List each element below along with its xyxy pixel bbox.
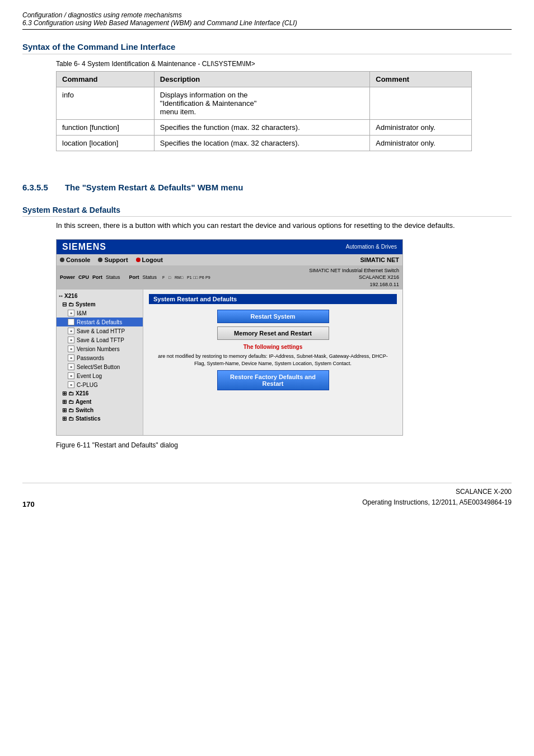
eventlog-label: Event Log — [77, 373, 102, 379]
sidebar-item-version[interactable]: ≡ Version Numbers — [57, 344, 143, 353]
page-icon: ≡ — [68, 381, 74, 388]
nav-support[interactable]: Support — [98, 256, 128, 263]
device-line1: SIMATIC NET Industrial Ethernet Switch — [309, 267, 399, 274]
table-row: location [location] Specifies the locati… — [57, 136, 472, 151]
page-icon: ≡ — [68, 310, 74, 316]
select-button-label: Select/Set Button — [77, 364, 120, 370]
port-status: Status — [106, 274, 120, 280]
nav-left: Console Support Logout — [60, 256, 163, 263]
system-label: System — [76, 301, 96, 307]
sidebar-item-eventlog[interactable]: ≡ Event Log — [57, 371, 143, 380]
sidebar-item-save-http[interactable]: ≡ Save & Load HTTP — [57, 326, 143, 335]
desc-info: Displays information on the"Identificati… — [154, 87, 369, 120]
page-icon: ≡ — [68, 319, 74, 325]
breadcrumb: Configuration / diagnostics using remote… — [22, 11, 512, 30]
body-text: In this screen, there is a button with w… — [56, 220, 512, 231]
sidebar-item-cplug[interactable]: ≡ C-PLUG — [57, 380, 143, 389]
col-header-description: Description — [154, 72, 369, 87]
breadcrumb-line1: Configuration / diagnostics using remote… — [22, 11, 512, 19]
port-area: Power CPU Port Status Port Status F □RM … — [57, 265, 402, 290]
col-header-command: Command — [57, 72, 154, 87]
port-grid: F □RM □P1 □□ P6 P9 — [162, 276, 211, 279]
version-label: Version Numbers — [77, 346, 120, 352]
iam-label: I&M — [77, 310, 87, 316]
notice-area: The following settings are not modified … — [154, 343, 391, 367]
footer-product: SCALANCE X-200 — [362, 487, 512, 497]
footer-page-number: 170 — [22, 500, 35, 508]
brand-right: Automation & Drives — [346, 244, 397, 250]
system-restart-heading: System Restart & Defaults — [22, 206, 512, 217]
sidebar-statistics-group[interactable]: ⊞ 🗀 Statistics — [57, 414, 143, 423]
page-icon: ≡ — [68, 372, 74, 379]
sidebar-item-iam[interactable]: ≡ I&M — [57, 309, 143, 318]
port-power: Power — [60, 274, 75, 280]
section-title: Syntax of the Command Line Interface — [22, 42, 512, 54]
support-dot — [98, 258, 102, 262]
nav-logout[interactable]: Logout — [136, 256, 163, 263]
table-row: function [function] Specifies the functi… — [57, 120, 472, 136]
wbm-nav: Console Support Logout SIMATIC NET — [57, 254, 402, 265]
sidebar-switch-group[interactable]: ⊞ 🗀 Switch — [57, 406, 143, 414]
cmd-info: info — [57, 87, 154, 120]
agent-tree-icon: ⊞ — [62, 399, 67, 405]
port-port: Port — [92, 274, 102, 280]
agent-folder-icon: 🗀 — [68, 399, 74, 405]
notice-title: The following settings — [154, 343, 391, 351]
command-table: Command Description Comment info Display… — [56, 71, 472, 151]
footer-product-info: SCALANCE X-200 Operating Instructions, 1… — [362, 487, 512, 508]
x216-sub-label: X216 — [76, 390, 88, 396]
sidebar-x216-header[interactable]: ▪▪ X216 — [57, 292, 143, 300]
comment-info — [370, 87, 472, 120]
agent-label: Agent — [76, 399, 91, 405]
x216-label: X216 — [64, 293, 77, 299]
desc-function: Specifies the function (max. 32 characte… — [154, 120, 369, 136]
table-caption: Table 6- 4 System Identification & Maint… — [56, 60, 512, 68]
restart-label: Restart & Defaults — [77, 319, 122, 325]
statistics-label: Statistics — [76, 416, 100, 422]
wbm-device-info: SIMATIC NET Industrial Ethernet Switch S… — [309, 267, 399, 288]
wbm-sidebar: ▪▪ X216 ⊟ 🗀 System ≡ I&M ≡ Restart & Def… — [57, 290, 143, 435]
tree-plus-icon: ⊞ — [62, 390, 67, 396]
restore-factory-button[interactable]: Restore Factory Defaults and Restart — [217, 370, 329, 390]
passwords-label: Passwords — [77, 355, 104, 361]
page-icon: ≡ — [68, 337, 74, 343]
wbm-content: ▪▪ X216 ⊟ 🗀 System ≡ I&M ≡ Restart & Def… — [57, 290, 402, 435]
sidebar-system-group[interactable]: ⊟ 🗀 System — [57, 300, 143, 309]
notice-text: are not modified by restoring to memory … — [154, 353, 391, 367]
sidebar-item-save-tftp[interactable]: ≡ Save & Load TFTP — [57, 335, 143, 344]
sidebar-item-passwords[interactable]: ≡ Passwords — [57, 353, 143, 362]
siemens-logo: SIEMENS — [62, 242, 106, 252]
switch-folder-icon: 🗀 — [68, 407, 74, 413]
cplug-label: C-PLUG — [77, 382, 98, 388]
nav-logout-label: Logout — [142, 256, 163, 263]
simatic-net-label: SIMATIC NET — [360, 256, 399, 263]
save-http-label: Save & Load HTTP — [77, 328, 125, 334]
memory-reset-button[interactable]: Memory Reset and Restart — [217, 326, 329, 340]
save-tftp-label: Save & Load TFTP — [77, 337, 124, 343]
sidebar-item-restart[interactable]: ≡ Restart & Defaults — [57, 318, 143, 326]
stats-folder-icon: 🗀 — [68, 416, 74, 422]
sidebar-item-selectbutton[interactable]: ≡ Select/Set Button — [57, 362, 143, 371]
page-icon: ≡ — [68, 354, 74, 361]
nav-console[interactable]: Console — [60, 256, 90, 263]
col-header-comment: Comment — [370, 72, 472, 87]
footer-manual-info: Operating Instructions, 12/2011, A5E0034… — [362, 497, 512, 508]
page-icon: ≡ — [68, 346, 74, 352]
console-dot — [60, 258, 64, 262]
cmd-location: location [location] — [57, 136, 154, 151]
port-status2: Status — [143, 274, 157, 280]
device-line3: 192.168.0.11 — [309, 281, 399, 288]
breadcrumb-line2: 6.3 Configuration using Web Based Manage… — [22, 19, 512, 27]
sidebar-agent-group[interactable]: ⊞ 🗀 Agent — [57, 398, 143, 406]
port-left: Power CPU Port Status Port Status F □RM … — [60, 274, 211, 280]
subsection-number: 6.3.5.5 — [22, 183, 48, 192]
stats-tree-icon: ⊞ — [62, 416, 67, 422]
logout-dot — [136, 258, 140, 262]
switch-tree-icon: ⊞ — [62, 407, 67, 413]
sidebar-x216-subgroup[interactable]: ⊞ 🗀 X216 — [57, 389, 143, 398]
wbm-header: SIEMENS Automation & Drives — [57, 240, 402, 254]
port-port2: Port — [129, 274, 139, 280]
restart-system-button[interactable]: Restart System — [217, 310, 329, 323]
page-icon: ≡ — [68, 363, 74, 370]
cmd-function: function [function] — [57, 120, 154, 136]
